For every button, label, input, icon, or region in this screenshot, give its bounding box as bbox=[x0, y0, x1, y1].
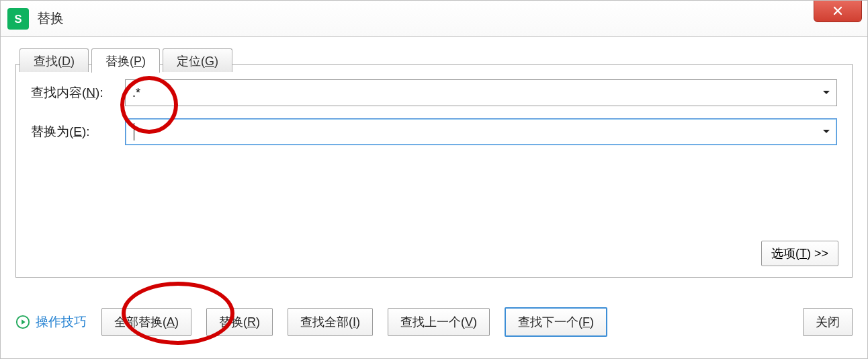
tab-goto[interactable]: 定位(G) bbox=[163, 48, 232, 72]
chevron-down-icon bbox=[822, 129, 830, 134]
main-panel: 查找(D) 替换(P) 定位(G) 查找内容(N): 替换为(E): bbox=[15, 64, 853, 278]
find-all-button[interactable]: 查找全部(I) bbox=[288, 308, 373, 336]
replace-dropdown-button[interactable] bbox=[816, 119, 836, 145]
close-window-button[interactable] bbox=[814, 0, 862, 22]
options-button[interactable]: 选项(T) >> bbox=[761, 241, 838, 266]
replace-button[interactable]: 替换(R) bbox=[206, 308, 273, 336]
fields-area: 查找内容(N): 替换为(E): bbox=[16, 65, 852, 145]
tab-strip: 查找(D) 替换(P) 定位(G) bbox=[19, 48, 232, 72]
text-cursor bbox=[134, 123, 134, 141]
find-prev-button[interactable]: 查找上一个(V) bbox=[388, 308, 490, 336]
window-title: 替换 bbox=[37, 9, 64, 28]
chevron-down-icon bbox=[822, 90, 830, 95]
replace-input[interactable] bbox=[126, 119, 816, 145]
replace-label: 替换为(E): bbox=[31, 123, 125, 141]
replace-input-combo[interactable] bbox=[125, 118, 837, 145]
find-next-button[interactable]: 查找下一个(F) bbox=[505, 307, 607, 337]
find-label: 查找内容(N): bbox=[31, 84, 125, 102]
app-icon: S bbox=[7, 8, 29, 30]
replace-all-button[interactable]: 全部替换(A) bbox=[101, 308, 191, 336]
tab-find[interactable]: 查找(D) bbox=[19, 48, 89, 72]
find-input[interactable] bbox=[126, 80, 816, 106]
close-icon bbox=[831, 4, 844, 17]
tips-link-label: 操作技巧 bbox=[36, 313, 87, 331]
bottom-bar: 操作技巧 全部替换(A) 替换(R) 查找全部(I) 查找上一个(V) 查找下一… bbox=[15, 307, 853, 337]
find-dropdown-button[interactable] bbox=[816, 80, 836, 106]
play-tips-icon bbox=[15, 315, 30, 329]
tab-replace[interactable]: 替换(P) bbox=[91, 48, 160, 73]
replace-row: 替换为(E): bbox=[31, 118, 837, 145]
find-row: 查找内容(N): bbox=[31, 79, 837, 106]
find-input-combo[interactable] bbox=[125, 79, 837, 106]
close-button[interactable]: 关闭 bbox=[803, 308, 853, 336]
title-bar: S 替换 bbox=[1, 1, 867, 37]
svg-text:S: S bbox=[14, 12, 21, 24]
tips-link[interactable]: 操作技巧 bbox=[15, 313, 87, 331]
